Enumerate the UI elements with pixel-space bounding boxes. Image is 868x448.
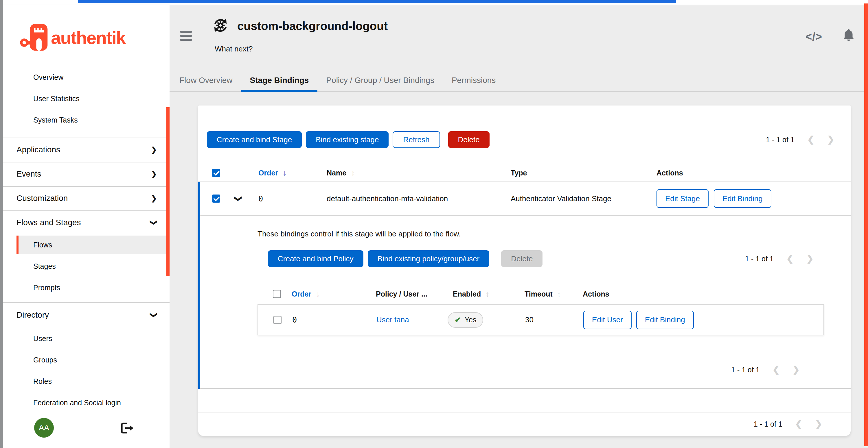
- sidebar-item-system-tasks[interactable]: System Tasks: [3, 109, 169, 131]
- avatar[interactable]: AA: [34, 418, 54, 438]
- column-label: Order: [292, 290, 311, 298]
- sidebar-item-stages[interactable]: Stages: [3, 255, 169, 277]
- sidebar-item-label: Stages: [33, 262, 56, 271]
- policy-pagination-bottom: 1 - 1 of 1 ❮ ❯: [731, 365, 800, 374]
- row-checkbox-cell: [212, 182, 220, 215]
- api-code-icon[interactable]: </>: [806, 31, 822, 43]
- sidebar-group-events[interactable]: Events ❯: [3, 162, 169, 186]
- column-label: Actions: [656, 169, 683, 177]
- sidebar-group-directory[interactable]: Directory ❯: [3, 302, 169, 328]
- sign-out-icon[interactable]: [119, 421, 135, 436]
- column-header-order[interactable]: Order ↓: [292, 283, 320, 304]
- sidebar-item-label: Flows: [33, 241, 52, 249]
- notification-bell-icon[interactable]: [841, 28, 856, 43]
- sidebar-group-customization[interactable]: Customization ❯: [3, 186, 169, 210]
- page-scrollbar[interactable]: [864, 3, 868, 446]
- pagination-label: 1 - 1 of 1: [754, 420, 782, 428]
- tab-stage-bindings[interactable]: Stage Bindings: [241, 69, 318, 91]
- row-checkbox-cell: [273, 305, 281, 335]
- stage-toolbar: Create and bind Stage Bind existing stag…: [207, 131, 834, 148]
- column-label: Order: [258, 169, 278, 177]
- bind-existing-stage-button[interactable]: Bind existing stage: [306, 131, 389, 148]
- card-footer: 1 - 1 of 1 ❮ ❯: [198, 412, 850, 436]
- column-header-order[interactable]: Order ↓: [258, 164, 287, 182]
- cell-timeout: 30: [525, 305, 533, 335]
- sidebar-item-label: Federation and Social login: [33, 399, 121, 407]
- sidebar-item-label: Roles: [33, 377, 52, 386]
- cell-type: Authenticator Validation Stage: [511, 182, 611, 215]
- user-link[interactable]: User tana: [376, 315, 409, 324]
- edit-stage-button[interactable]: Edit Stage: [656, 189, 709, 208]
- select-all-cell: [212, 164, 220, 182]
- pagination-prev-icon[interactable]: ❮: [795, 420, 802, 428]
- cell-policy-user: User tana: [376, 305, 409, 335]
- select-all-checkbox[interactable]: [273, 290, 281, 298]
- sidebar-item-overview[interactable]: Overview: [3, 67, 169, 88]
- sidebar-item-users[interactable]: Users: [3, 328, 169, 349]
- policy-table-row: 0 User tana ✔ Yes 30 Edit User Edit Bind…: [257, 304, 824, 335]
- check-icon: ✔: [455, 315, 461, 324]
- policy-table: Order ↓ Policy / User ... Enabled ↕ Time…: [257, 283, 824, 335]
- pagination-label: 1 - 1 of 1: [731, 366, 760, 374]
- create-and-bind-policy-button[interactable]: Create and bind Policy: [268, 250, 363, 267]
- sidebar-scrollbar[interactable]: [166, 107, 169, 276]
- column-header-name[interactable]: Name ↕: [327, 164, 355, 182]
- tab-permissions[interactable]: Permissions: [443, 69, 504, 91]
- sidebar-item-label: Overview: [33, 73, 63, 81]
- pagination-next-icon[interactable]: ❯: [815, 420, 822, 428]
- pagination-prev-icon[interactable]: ❮: [807, 135, 814, 144]
- refresh-button[interactable]: Refresh: [393, 131, 440, 148]
- sort-descending-icon: ↓: [316, 289, 320, 299]
- pagination-next-icon[interactable]: ❯: [827, 135, 834, 144]
- enabled-label: Yes: [465, 316, 476, 324]
- pagination-next-icon[interactable]: ❯: [806, 254, 814, 263]
- expanded-row-content: These bindings control if this stage wil…: [198, 216, 850, 389]
- expander-chevron-icon[interactable]: ❯: [234, 195, 243, 202]
- create-and-bind-stage-button[interactable]: Create and bind Stage: [207, 131, 302, 148]
- menu-icon[interactable]: [180, 31, 192, 43]
- chevron-right-icon: ❯: [151, 195, 157, 202]
- row-checkbox[interactable]: [212, 195, 220, 203]
- sidebar: authentik Overview User Statistics Syste…: [3, 5, 169, 448]
- select-all-checkbox[interactable]: [212, 169, 220, 177]
- sidebar-group-label: Applications: [17, 145, 60, 154]
- column-header-timeout[interactable]: Timeout ↕: [525, 283, 561, 304]
- page-title: custom-background-logout: [237, 20, 388, 33]
- chevron-right-icon: ❯: [151, 171, 157, 177]
- chevron-down-icon: ❯: [151, 220, 157, 226]
- tab-label: Stage Bindings: [250, 76, 309, 85]
- pagination-bottom: 1 - 1 of 1 ❮ ❯: [754, 420, 822, 428]
- row-checkbox[interactable]: [273, 316, 281, 324]
- tab-policy-group-user-bindings[interactable]: Policy / Group / User Bindings: [317, 69, 443, 91]
- sort-icon: ↕: [351, 169, 355, 177]
- sidebar-group-applications[interactable]: Applications ❯: [3, 138, 169, 162]
- column-label: Type: [511, 169, 527, 177]
- sidebar-group-label: Customization: [17, 194, 68, 203]
- delete-policy-button[interactable]: Delete: [501, 250, 542, 267]
- delete-button[interactable]: Delete: [448, 131, 490, 148]
- pagination-prev-icon[interactable]: ❮: [773, 365, 780, 374]
- column-label: Actions: [583, 290, 609, 298]
- sidebar-group-flows-and-stages[interactable]: Flows and Stages ❯: [3, 210, 169, 235]
- pagination-label: 1 - 1 of 1: [745, 255, 774, 263]
- cell-enabled: ✔ Yes: [447, 305, 483, 335]
- sidebar-item-flows[interactable]: Flows: [17, 236, 166, 254]
- sidebar-item-prompts[interactable]: Prompts: [3, 277, 169, 298]
- edit-binding-button[interactable]: Edit Binding: [636, 311, 694, 329]
- column-header-enabled[interactable]: Enabled ↕: [453, 283, 489, 304]
- bindings-description: These bindings control if this stage wil…: [257, 230, 461, 238]
- tab-flow-overview[interactable]: Flow Overview: [171, 69, 241, 91]
- pagination-prev-icon[interactable]: ❮: [786, 254, 794, 263]
- edit-user-button[interactable]: Edit User: [583, 311, 631, 329]
- sidebar-item-groups[interactable]: Groups: [3, 349, 169, 371]
- pagination-next-icon[interactable]: ❯: [793, 365, 800, 374]
- sidebar-item-user-statistics[interactable]: User Statistics: [3, 88, 169, 109]
- edit-binding-button[interactable]: Edit Binding: [714, 189, 771, 208]
- sidebar-item-roles[interactable]: Roles: [3, 371, 169, 392]
- authentik-logo[interactable]: authentik: [20, 22, 126, 54]
- bind-existing-policy-button[interactable]: Bind existing policy/group/user: [368, 250, 490, 267]
- row-expander-cell: ❯: [235, 182, 242, 215]
- sidebar-item-federation-social-login[interactable]: Federation and Social login: [3, 392, 169, 413]
- column-header-policy-user[interactable]: Policy / User ...: [376, 283, 427, 304]
- sidebar-item-label: User Statistics: [33, 95, 80, 103]
